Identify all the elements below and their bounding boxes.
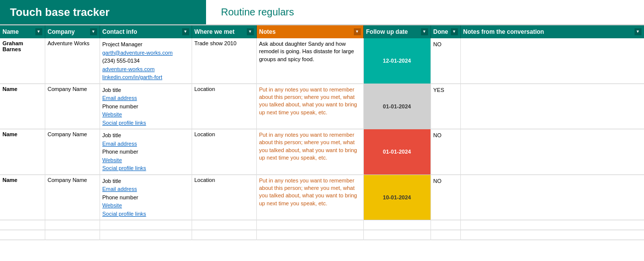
name-cell: Name xyxy=(0,174,45,220)
col-header-where[interactable]: Where we met ▼ xyxy=(192,25,256,38)
empty-cell xyxy=(430,230,460,240)
follow-date-cell: 01-01-2024 xyxy=(363,129,430,175)
done-dropdown-icon[interactable]: ▼ xyxy=(451,28,458,35)
done-cell: NO xyxy=(430,38,460,84)
table-row: NameCompany NameJob titleEmail addressPh… xyxy=(0,84,644,129)
contact-line: Job title xyxy=(103,178,121,184)
conv-cell xyxy=(460,129,644,175)
follow-date-cell: 01-01-2024 xyxy=(363,84,430,129)
contact-line: Job title xyxy=(103,87,121,93)
empty-cell xyxy=(192,230,256,240)
follow-date-cell: 10-01-2024 xyxy=(363,174,430,220)
contact-line: (234) 555-0134 xyxy=(103,58,140,64)
company-cell: Company Name xyxy=(45,174,100,220)
empty-row xyxy=(0,220,644,230)
notes-dropdown-icon[interactable]: ▼ xyxy=(354,28,361,35)
empty-cell xyxy=(460,230,644,240)
company-cell: Company Name xyxy=(45,129,100,175)
notes-cell: Put in any notes you want to remember ab… xyxy=(256,174,363,220)
conv-cell xyxy=(460,84,644,129)
col-header-notes[interactable]: Notes ▼ xyxy=(256,25,363,38)
conv-dropdown-icon[interactable]: ▼ xyxy=(635,28,642,35)
where-cell: Location xyxy=(192,129,256,175)
empty-cell xyxy=(45,230,100,240)
contact-line[interactable]: Social profile links xyxy=(103,120,146,126)
done-cell: YES xyxy=(430,84,460,129)
contact-line: Phone number xyxy=(103,149,138,155)
notes-cell: Put in any notes you want to remember ab… xyxy=(256,84,363,129)
contact-line[interactable]: linkedin.com/in/garth-fort xyxy=(103,74,162,80)
follow-date-cell: 12-01-2024 xyxy=(363,38,430,84)
done-cell: NO xyxy=(430,174,460,220)
empty-cell xyxy=(363,230,430,240)
contact-line[interactable]: Email address xyxy=(103,141,137,147)
name-cell: Name xyxy=(0,129,45,175)
empty-cell xyxy=(0,220,45,230)
table-wrap: Name ▼ Company ▼ Contact info ▼ xyxy=(0,25,644,240)
contact-cell: Job titleEmail addressPhone numberWebsit… xyxy=(100,129,192,175)
col-header-done[interactable]: Done ▼ xyxy=(430,25,460,38)
empty-cell xyxy=(45,220,100,230)
company-cell: Adventure Works xyxy=(45,38,100,84)
contact-line[interactable]: Website xyxy=(103,111,122,117)
where-dropdown-icon[interactable]: ▼ xyxy=(247,28,254,35)
contact-cell: Job titleEmail addressPhone numberWebsit… xyxy=(100,174,192,220)
company-dropdown-icon[interactable]: ▼ xyxy=(90,28,97,35)
company-cell: Company Name xyxy=(45,84,100,129)
table-row: GrahamBarnesAdventure WorksProject Manag… xyxy=(0,38,644,84)
contact-line[interactable]: adventure-works.com xyxy=(103,66,155,72)
main-table: Name ▼ Company ▼ Contact info ▼ xyxy=(0,25,644,240)
done-cell: NO xyxy=(430,129,460,175)
empty-cell xyxy=(460,220,644,230)
col-header-contact[interactable]: Contact info ▼ xyxy=(100,25,192,38)
app-title-box: Touch base tracker xyxy=(0,0,206,24)
col-header-company[interactable]: Company ▼ xyxy=(45,25,100,38)
empty-cell xyxy=(430,220,460,230)
empty-cell xyxy=(256,230,363,240)
app-header: Touch base tracker Routine regulars xyxy=(0,0,644,25)
notes-cell: Put in any notes you want to remember ab… xyxy=(256,129,363,175)
notes-cell: Ask about daughter Sandy and how remodel… xyxy=(256,38,363,84)
empty-cell xyxy=(363,220,430,230)
contact-line[interactable]: Email address xyxy=(103,186,137,192)
empty-cell xyxy=(256,220,363,230)
header-row: Name ▼ Company ▼ Contact info ▼ xyxy=(0,25,644,38)
contact-line[interactable]: Social profile links xyxy=(103,165,146,171)
where-cell: Trade show 2010 xyxy=(192,38,256,84)
name-cell: GrahamBarnes xyxy=(0,38,45,84)
empty-cell xyxy=(0,230,45,240)
contact-line: Project Manager xyxy=(103,41,143,47)
name-cell: Name xyxy=(0,84,45,129)
col-header-follow[interactable]: Follow up date ▼ xyxy=(363,25,430,38)
where-cell: Location xyxy=(192,84,256,129)
app-subtitle: Routine regulars xyxy=(206,6,294,18)
contact-line[interactable]: garth@adventure-works.com xyxy=(103,50,173,56)
empty-cell xyxy=(100,230,192,240)
contact-cell: Job titleEmail addressPhone numberWebsit… xyxy=(100,84,192,129)
conv-cell xyxy=(460,38,644,84)
contact-line[interactable]: Social profile links xyxy=(103,211,146,217)
col-header-conv[interactable]: Notes from the conversation ▼ xyxy=(460,25,644,38)
empty-row xyxy=(0,230,644,240)
table-row: NameCompany NameJob titleEmail addressPh… xyxy=(0,174,644,220)
contact-cell: Project Managergarth@adventure-works.com… xyxy=(100,38,192,84)
contact-line: Job title xyxy=(103,132,121,138)
follow-dropdown-icon[interactable]: ▼ xyxy=(421,28,428,35)
contact-line[interactable]: Website xyxy=(103,157,122,163)
conv-cell xyxy=(460,174,644,220)
app-title: Touch base tracker xyxy=(10,6,109,19)
table-row: NameCompany NameJob titleEmail addressPh… xyxy=(0,129,644,175)
contact-line: Phone number xyxy=(103,103,138,109)
where-cell: Location xyxy=(192,174,256,220)
empty-cell xyxy=(100,220,192,230)
empty-cell xyxy=(192,220,256,230)
contact-dropdown-icon[interactable]: ▼ xyxy=(182,28,189,35)
name-dropdown-icon[interactable]: ▼ xyxy=(35,28,42,35)
col-header-name[interactable]: Name ▼ xyxy=(0,25,45,38)
contact-line[interactable]: Email address xyxy=(103,95,137,101)
contact-line: Phone number xyxy=(103,194,138,200)
contact-line[interactable]: Website xyxy=(103,202,122,208)
